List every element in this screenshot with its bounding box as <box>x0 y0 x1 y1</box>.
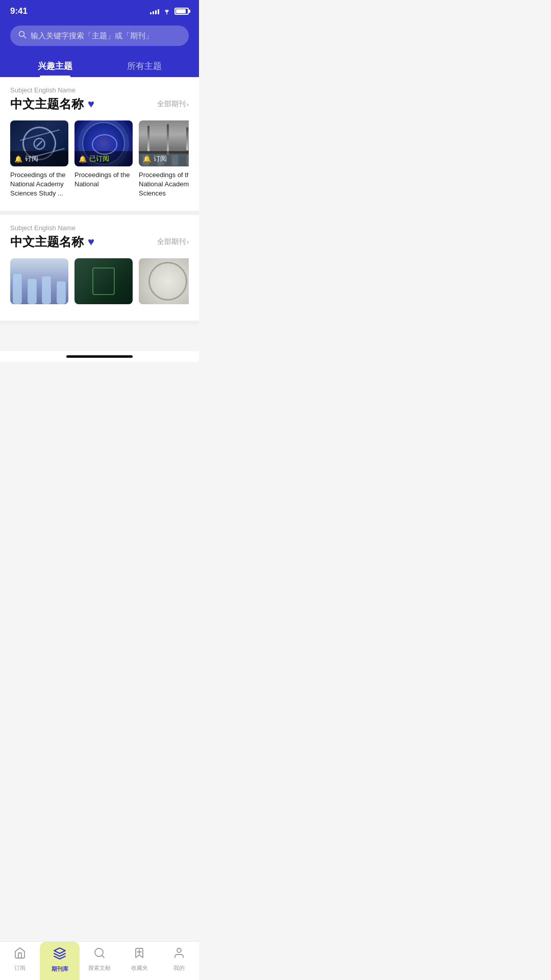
journal-card-6[interactable] <box>139 258 189 308</box>
chevron-right-icon-1: › <box>187 101 189 108</box>
chevron-right-icon-2: › <box>187 238 189 246</box>
subject-english-name-2: Subject English Name <box>10 224 189 232</box>
tab-all[interactable]: 所有主题 <box>99 54 189 77</box>
svg-line-2 <box>24 36 26 38</box>
journal-title-3: Proceedings of the National Academy Scie… <box>139 170 189 199</box>
subject-header-2: 中文主题名称 ♥ 全部期刊 › <box>10 234 189 250</box>
all-journals-link-1[interactable]: 全部期刊 › <box>157 100 189 109</box>
subscribe-button-3[interactable]: 🔔 订阅 <box>139 151 189 166</box>
journal-cards-1: ⊘ 🔔 订阅 Proceedings of the National Acade… <box>10 120 189 201</box>
svg-point-0 <box>166 13 167 14</box>
subject-title-wrap-1: 中文主题名称 ♥ <box>10 96 94 112</box>
home-indicator <box>0 351 199 362</box>
journal-cards-2 <box>10 258 189 310</box>
tabs: 兴趣主题 所有主题 <box>10 54 189 77</box>
subscribe-button-2[interactable]: 🔔 已订阅 <box>74 151 133 166</box>
all-journals-link-2[interactable]: 全部期刊 › <box>157 237 189 247</box>
subject-header-1: 中文主题名称 ♥ 全部期刊 › <box>10 96 189 112</box>
status-time: 9:41 <box>10 6 28 16</box>
signal-icon <box>150 8 159 14</box>
header: 输入关键字搜索「主题」或「期刊」 兴趣主题 所有主题 <box>0 20 199 77</box>
card-image-4 <box>10 258 68 304</box>
subscribe-button-1[interactable]: 🔔 订阅 <box>10 151 68 166</box>
bell-icon-1: 🔔 <box>14 155 22 163</box>
bell-icon-3: 🔔 <box>143 155 151 163</box>
search-input-placeholder: 输入关键字搜索「主题」或「期刊」 <box>31 31 153 41</box>
search-bar[interactable]: 输入关键字搜索「主题」或「期刊」 <box>10 26 189 46</box>
wifi-icon <box>162 7 171 16</box>
subject-english-name-1: Subject English Name <box>10 86 189 94</box>
search-icon <box>18 31 27 41</box>
battery-icon <box>174 8 189 15</box>
card-image-2: 🔔 已订阅 <box>74 120 133 166</box>
bell-icon-2: 🔔 <box>79 155 87 163</box>
heart-icon-1[interactable]: ♥ <box>88 97 94 111</box>
card-image-1: ⊘ 🔔 订阅 <box>10 120 68 166</box>
subject-chinese-name-1: 中文主题名称 <box>10 96 84 112</box>
heart-icon-2[interactable]: ♥ <box>88 235 94 249</box>
card-image-3: 🔔 订阅 <box>139 120 189 166</box>
card-image-6 <box>139 258 189 304</box>
subject-section-2: Subject English Name 中文主题名称 ♥ 全部期刊 › <box>0 215 199 325</box>
journal-card-3[interactable]: 🔔 订阅 Proceedings of the National Academy… <box>139 120 189 199</box>
subject-chinese-name-2: 中文主题名称 <box>10 234 84 250</box>
status-bar: 9:41 <box>0 0 199 20</box>
journal-card-4[interactable] <box>10 258 68 308</box>
journal-card-2[interactable]: 🔔 已订阅 Proceedings of the National <box>74 120 133 199</box>
subject-section-1: Subject English Name 中文主题名称 ♥ 全部期刊 › ⊘ 🔔… <box>0 77 199 215</box>
status-icons <box>150 7 189 16</box>
journal-title-2: Proceedings of the National <box>74 170 133 189</box>
subject-title-wrap-2: 中文主题名称 ♥ <box>10 234 94 250</box>
card-image-5 <box>74 258 133 304</box>
journal-card-5[interactable] <box>74 258 133 308</box>
tab-interest[interactable]: 兴趣主题 <box>10 54 99 77</box>
journal-title-1: Proceedings of the National Academy Scie… <box>10 170 68 199</box>
journal-card-1[interactable]: ⊘ 🔔 订阅 Proceedings of the National Acade… <box>10 120 68 199</box>
main-content: Subject English Name 中文主题名称 ♥ 全部期刊 › ⊘ 🔔… <box>0 77 199 351</box>
